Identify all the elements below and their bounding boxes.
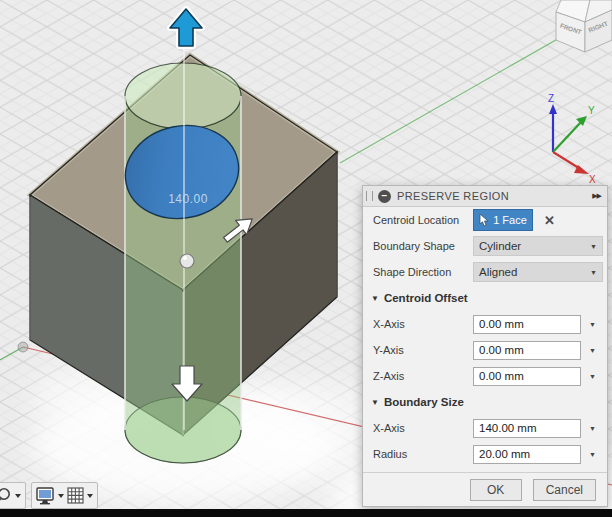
- collapse-dialog-icon[interactable]: −: [378, 190, 391, 203]
- dropdown-arrow-icon: [57, 493, 65, 499]
- section-collapse-icon: ▼: [371, 294, 379, 303]
- zoom-window-icon: [0, 487, 12, 504]
- size-x-label: X-Axis: [363, 422, 473, 434]
- triad-y-label: Y: [588, 105, 595, 116]
- offset-x-label: X-Axis: [363, 318, 473, 330]
- offset-y-label: Y-Axis: [363, 344, 473, 356]
- dialog-header[interactable]: − PRESERVE REGION ▶▶: [363, 186, 607, 207]
- size-x-row: X-Axis 140.00 mm ▼: [363, 415, 607, 441]
- radius-spinner-icon[interactable]: ▼: [589, 451, 596, 458]
- offset-z-input[interactable]: 0.00 mm: [473, 367, 581, 386]
- offset-z-row: Z-Axis 0.00 mm ▼: [363, 363, 607, 389]
- offset-z-spinner-icon[interactable]: ▼: [589, 373, 596, 380]
- offset-x-row: X-Axis 0.00 mm ▼: [363, 311, 607, 337]
- centroid-location-row: Centroid Location 1 Face ✕: [363, 207, 607, 233]
- dialog-footer: OK Cancel: [363, 472, 607, 507]
- cylinder-top-face[interactable]: [125, 63, 241, 129]
- centroid-location-label: Centroid Location: [363, 214, 473, 226]
- section-collapse-icon: ▼: [371, 398, 379, 407]
- ok-button[interactable]: OK: [470, 479, 522, 501]
- grid-and-snaps-icon: [67, 487, 84, 504]
- boundary-shape-row: Boundary Shape Cylinder ▼: [363, 233, 607, 259]
- boundary-shape-select[interactable]: Cylinder ▼: [473, 236, 603, 256]
- offset-x-spinner-icon[interactable]: ▼: [589, 321, 596, 328]
- navigation-toolbar: [0, 483, 98, 508]
- radius-input[interactable]: 20.00 mm: [473, 445, 581, 464]
- display-settings-button[interactable]: [35, 487, 65, 505]
- dropdown-arrow-icon[interactable]: [14, 493, 22, 499]
- centroid-location-selection-button[interactable]: 1 Face: [473, 209, 533, 231]
- center-point-manipulator[interactable]: [180, 254, 194, 268]
- dropdown-arrow-icon: ▼: [590, 269, 597, 276]
- boundary-size-title: Boundary Size: [384, 396, 464, 408]
- triad-z-label: Z: [548, 93, 554, 104]
- centroid-offset-section-header[interactable]: ▼ Centroid Offset: [363, 285, 607, 311]
- centroid-offset-title: Centroid Offset: [384, 292, 468, 304]
- dropdown-arrow-icon: [86, 493, 94, 499]
- dropdown-arrow-icon: ▼: [590, 243, 597, 250]
- grid-settings-button[interactable]: [67, 487, 94, 504]
- offset-y-row: Y-Axis 0.00 mm ▼: [363, 337, 607, 363]
- selection-count-label: 1 Face: [493, 214, 527, 226]
- shape-direction-select[interactable]: Aligned ▼: [473, 262, 603, 282]
- radius-row: Radius 20.00 mm ▼: [363, 441, 607, 467]
- display-settings-icon: [35, 487, 55, 505]
- dimension-label: 140.00: [158, 192, 218, 206]
- boundary-shape-value: Cylinder: [479, 240, 521, 252]
- radius-label: Radius: [363, 448, 473, 460]
- offset-y-input[interactable]: 0.00 mm: [473, 341, 581, 360]
- cursor-icon: [479, 214, 490, 227]
- zoom-tool-group[interactable]: [0, 482, 26, 509]
- clear-selection-icon[interactable]: ✕: [544, 214, 555, 227]
- shape-direction-row: Shape Direction Aligned ▼: [363, 259, 607, 285]
- shape-direction-label: Shape Direction: [363, 266, 473, 278]
- shape-direction-value: Aligned: [479, 266, 517, 278]
- size-x-spinner-icon[interactable]: ▼: [589, 425, 596, 432]
- offset-x-input[interactable]: 0.00 mm: [473, 315, 581, 334]
- offset-y-spinner-icon[interactable]: ▼: [589, 347, 596, 354]
- boundary-size-section-header[interactable]: ▼ Boundary Size: [363, 389, 607, 415]
- preserve-region-dialog: − PRESERVE REGION ▶▶ Centroid Location 1…: [362, 185, 608, 507]
- expand-dialog-icon[interactable]: ▶▶: [592, 192, 601, 200]
- dialog-title: PRESERVE REGION: [397, 190, 592, 202]
- cancel-button[interactable]: Cancel: [533, 479, 596, 501]
- offset-z-label: Z-Axis: [363, 370, 473, 382]
- size-x-input[interactable]: 140.00 mm: [473, 419, 581, 438]
- drag-grip-icon[interactable]: [366, 191, 373, 201]
- origin-point[interactable]: [18, 342, 28, 352]
- display-settings-group: [31, 482, 98, 509]
- triad-x-label: X: [589, 174, 596, 185]
- boundary-shape-label: Boundary Shape: [363, 240, 473, 252]
- bottom-black-bar: [0, 509, 612, 517]
